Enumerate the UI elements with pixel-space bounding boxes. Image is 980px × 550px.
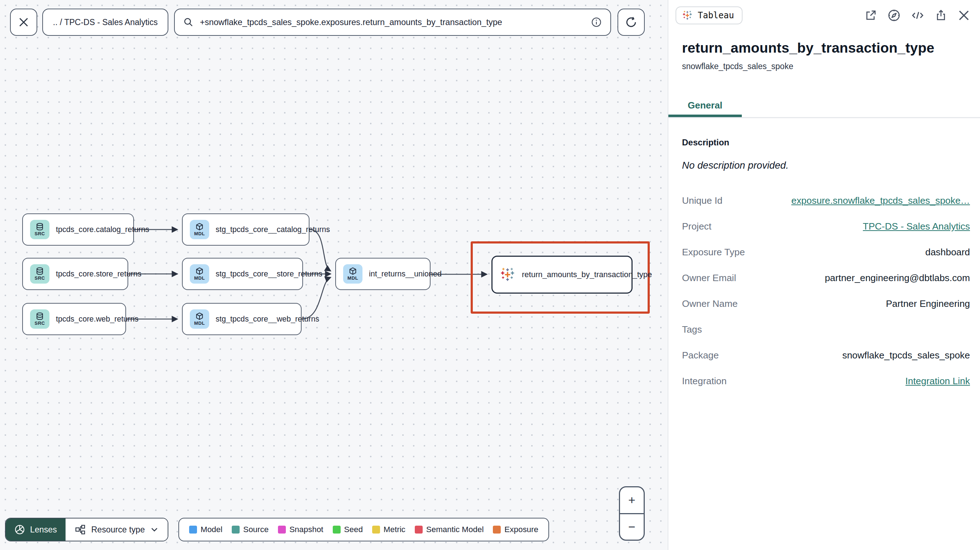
node-label: stg_tpcds_core__web_returns xyxy=(216,315,319,324)
node-source-store-returns[interactable]: SRC tpcds_core.store_returns xyxy=(22,258,128,290)
node-label: tpcds_core.store_returns xyxy=(56,269,142,278)
resource-type-label: Resource type xyxy=(91,525,145,535)
node-source-catalog-returns[interactable]: SRC tpcds_core.catalog_returns xyxy=(22,213,134,246)
model-cube-icon: MDL xyxy=(190,264,209,284)
close-panel-button[interactable] xyxy=(958,9,970,21)
panel-header: Tableau xyxy=(668,0,980,24)
node-stg-store-returns[interactable]: MDL stg_tpcds_core__store_returns xyxy=(182,258,303,290)
model-cube-icon: MDL xyxy=(190,309,209,329)
project-link[interactable]: TPC-DS - Sales Analytics xyxy=(863,221,970,232)
node-badge: SRC xyxy=(34,321,45,326)
lineage-search xyxy=(174,9,611,36)
tableau-badge-label: Tableau xyxy=(698,10,734,21)
legend-swatch-metric xyxy=(372,526,380,534)
resource-type-dropdown[interactable]: Resource type xyxy=(65,518,168,541)
code-icon xyxy=(911,9,924,22)
description-heading: Description xyxy=(682,138,970,148)
tableau-logo-icon xyxy=(682,10,693,21)
tab-general[interactable]: General xyxy=(668,94,742,117)
external-link-icon xyxy=(865,9,877,21)
share-button[interactable] xyxy=(935,9,947,21)
detail-label: Project xyxy=(682,221,711,232)
close-icon xyxy=(18,17,29,27)
node-int-returns-unioned[interactable]: MDL int_returns__unioned xyxy=(335,258,431,290)
lenses-button[interactable]: Lenses xyxy=(6,518,65,541)
detail-row-integration: Integration Integration Link xyxy=(682,368,970,394)
zoom-out-button[interactable]: − xyxy=(620,514,644,540)
detail-label: Owner Name xyxy=(682,298,738,309)
legend-swatch-seed xyxy=(333,526,340,534)
open-external-button[interactable] xyxy=(865,9,877,21)
share-icon xyxy=(935,9,947,21)
description-empty-text: No description provided. xyxy=(682,160,970,171)
node-stg-catalog-returns[interactable]: MDL stg_tpcds_core__catalog_returns xyxy=(182,213,309,246)
legend-label: Snapshot xyxy=(290,525,323,534)
legend-label: Exposure xyxy=(504,525,538,534)
legend-item: Model xyxy=(189,525,223,534)
legend-swatch-model xyxy=(189,526,197,534)
tableau-logo-icon xyxy=(500,267,515,283)
zoom-in-button[interactable]: + xyxy=(620,487,644,514)
legend-label: Seed xyxy=(344,525,363,534)
lenses-toolbar: Lenses Resource type xyxy=(5,518,169,541)
detail-label: Unique Id xyxy=(682,195,722,206)
lenses-label: Lenses xyxy=(30,525,57,535)
legend-label: Source xyxy=(243,525,269,534)
search-input[interactable] xyxy=(200,17,585,27)
package-subtitle: snowflake_tpcds_sales_spoke xyxy=(668,56,980,71)
node-label: tpcds_core.web_returns xyxy=(56,315,138,324)
aperture-icon xyxy=(14,524,25,535)
chevron-down-icon xyxy=(150,526,158,534)
legend-swatch-semantic-model xyxy=(415,526,423,534)
search-icon xyxy=(183,17,193,27)
detail-label: Exposure Type xyxy=(682,247,745,258)
legend-label: Semantic Model xyxy=(426,525,484,534)
detail-row-package: Package snowflake_tpcds_sales_spoke xyxy=(682,342,970,368)
legend-item: Semantic Model xyxy=(415,525,484,534)
breadcrumb[interactable]: .. / TPC-DS - Sales Analytics xyxy=(42,9,169,36)
compass-icon xyxy=(888,9,900,22)
node-exposure-return-amounts[interactable]: return_amounts_by_transaction_type xyxy=(492,256,633,294)
node-badge: SRC xyxy=(34,231,45,236)
legend-item: Source xyxy=(232,525,269,534)
source-database-icon: SRC xyxy=(30,309,49,329)
unique-id-link[interactable]: exposure.snowflake_tpcds_sales_spoke… xyxy=(791,195,970,206)
detail-row-owner-email: Owner Email partner_engineering@dbtlabs.… xyxy=(682,265,970,291)
close-lineage-button[interactable] xyxy=(10,9,37,36)
details-list: Unique Id exposure.snowflake_tpcds_sales… xyxy=(682,188,970,394)
node-label: stg_tpcds_core__store_returns xyxy=(216,269,322,278)
detail-row-exposure-type: Exposure Type dashboard xyxy=(682,239,970,265)
source-database-icon: SRC xyxy=(30,264,49,284)
panel-tabs: General xyxy=(668,94,980,118)
view-code-button[interactable] xyxy=(911,9,924,22)
details-panel: Tableau return_amounts_b xyxy=(668,0,980,550)
node-label: stg_tpcds_core__catalog_returns xyxy=(216,225,330,234)
model-cube-icon: MDL xyxy=(343,264,363,284)
detail-label: Package xyxy=(682,350,719,361)
info-icon[interactable] xyxy=(591,17,602,27)
detail-row-project: Project TPC-DS - Sales Analytics xyxy=(682,213,970,239)
refresh-icon xyxy=(625,16,637,28)
detail-row-unique-id: Unique Id exposure.snowflake_tpcds_sales… xyxy=(682,188,970,213)
detail-row-owner-name: Owner Name Partner Engineering xyxy=(682,291,970,316)
detail-value: snowflake_tpcds_sales_spoke xyxy=(842,350,970,361)
legend-swatch-exposure xyxy=(493,526,501,534)
legend-label: Model xyxy=(200,525,223,534)
node-label: return_amounts_by_transaction_type xyxy=(522,270,652,279)
lineage-canvas[interactable]: SRC tpcds_core.catalog_returns SRC tpcds… xyxy=(0,0,668,550)
explore-button[interactable] xyxy=(888,9,900,22)
resource-type-icon xyxy=(75,524,86,535)
node-stg-web-returns[interactable]: MDL stg_tpcds_core__web_returns xyxy=(182,303,302,335)
detail-label: Tags xyxy=(682,324,702,335)
node-label: int_returns__unioned xyxy=(369,269,442,278)
detail-label: Integration xyxy=(682,376,727,387)
refresh-graph-button[interactable] xyxy=(617,9,645,36)
legend-item: Seed xyxy=(333,525,363,534)
legend-label: Metric xyxy=(383,525,406,534)
node-source-web-returns[interactable]: SRC tpcds_core.web_returns xyxy=(22,303,126,335)
detail-value: partner_engineering@dbtlabs.com xyxy=(825,272,970,284)
integration-link[interactable]: Integration Link xyxy=(905,376,970,387)
tableau-badge[interactable]: Tableau xyxy=(676,6,743,24)
detail-value: Partner Engineering xyxy=(886,298,970,309)
node-badge: SRC xyxy=(34,276,45,280)
